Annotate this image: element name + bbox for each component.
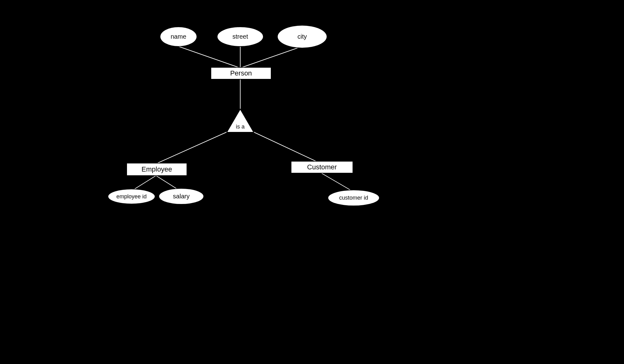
svg-line-4 [156,131,228,164]
er-diagram: name street city Person is a Employee Cu… [0,0,457,267]
attribute-customer-id: customer id [328,190,380,206]
svg-line-8 [321,173,353,192]
attribute-name: name [160,27,197,47]
isa-triangle: is a [226,109,254,133]
entity-employee: Employee [126,163,187,176]
entity-customer: Customer [291,161,353,173]
attribute-city: city [277,25,327,48]
svg-line-5 [252,131,321,164]
svg-line-2 [240,46,303,68]
attribute-employee-id: employee id [108,189,155,204]
svg-line-0 [178,46,240,68]
attribute-street: street [217,27,264,47]
isa-label: is a [226,124,254,130]
entity-person: Person [211,67,271,80]
attribute-salary: salary [158,188,204,205]
